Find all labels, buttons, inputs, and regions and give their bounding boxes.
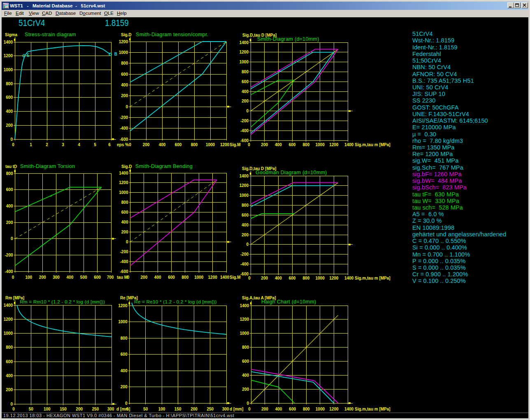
svg-text:800: 800	[303, 142, 310, 147]
svg-text:-200: -200	[5, 253, 13, 257]
svg-text:600: 600	[121, 210, 128, 215]
svg-text:1000: 1000	[239, 60, 249, 64]
svg-text:Sig.m,tau m [MPa]: Sig.m,tau m [MPa]	[355, 407, 391, 411]
svg-text:1200: 1200	[119, 180, 128, 185]
svg-text:50: 50	[29, 407, 34, 411]
svg-text:200: 200	[242, 387, 249, 392]
svg-text:0: 0	[12, 407, 15, 411]
svg-text:200: 200	[121, 93, 128, 98]
svg-text:400: 400	[121, 369, 128, 373]
svg-text:200: 200	[121, 385, 128, 389]
svg-text:-600: -600	[240, 138, 249, 143]
svg-text:-600: -600	[240, 272, 249, 276]
svg-text:400: 400	[6, 204, 13, 208]
svg-text:1400: 1400	[239, 174, 249, 178]
svg-text:Rm = Rm10 * (1.2 - 0.2 * log (: Rm = Rm10 * (1.2 - 0.2 * log (d [mm]))	[20, 299, 105, 305]
svg-text:1000: 1000	[315, 276, 325, 280]
svg-text:600: 600	[6, 359, 13, 364]
svg-text:0: 0	[246, 109, 249, 113]
svg-text:1000: 1000	[4, 68, 13, 72]
svg-text:200: 200	[6, 123, 13, 128]
svg-text:150: 150	[60, 407, 67, 411]
svg-text:1400: 1400	[344, 276, 354, 280]
svg-text:Sig.M: Sig.M	[230, 275, 241, 280]
svg-text:200: 200	[6, 387, 13, 392]
svg-text:800: 800	[6, 82, 13, 86]
svg-text:200: 200	[261, 407, 268, 411]
svg-text:1000: 1000	[316, 407, 325, 411]
svg-text:1400: 1400	[239, 40, 249, 45]
svg-text:400: 400	[121, 83, 128, 87]
svg-text:Sig.D: Sig.D	[121, 33, 132, 37]
svg-text:400: 400	[242, 223, 249, 227]
svg-text:800: 800	[6, 171, 13, 176]
svg-text:600: 600	[175, 142, 182, 147]
svg-text:50: 50	[143, 407, 148, 411]
svg-text:1400: 1400	[344, 142, 354, 147]
svg-text:100: 100	[158, 407, 165, 411]
svg-text:0: 0	[248, 407, 251, 411]
svg-text:1200: 1200	[329, 142, 339, 147]
svg-text:400: 400	[242, 373, 249, 378]
svg-text:400: 400	[154, 275, 161, 280]
svg-text:600: 600	[121, 72, 128, 77]
svg-text:0: 0	[246, 242, 249, 247]
svg-text:600: 600	[6, 187, 13, 192]
svg-text:-400: -400	[120, 126, 128, 131]
svg-text:0: 0	[129, 142, 131, 147]
svg-text:B: B	[114, 52, 117, 56]
svg-text:Smith-Diagram tension/compr.: Smith-Diagram tension/compr.	[136, 32, 209, 37]
svg-text:700: 700	[107, 275, 114, 280]
svg-text:100: 100	[25, 275, 32, 280]
svg-text:300: 300	[53, 275, 60, 280]
svg-text:0: 0	[10, 137, 13, 142]
svg-text:200: 200	[76, 407, 83, 411]
svg-text:800: 800	[121, 336, 128, 341]
svg-text:0: 0	[246, 401, 249, 406]
svg-text:3: 3	[62, 142, 64, 147]
svg-text:600: 600	[289, 142, 296, 147]
svg-text:1200: 1200	[239, 183, 249, 188]
svg-text:Sigma: Sigma	[5, 33, 17, 37]
svg-text:0: 0	[125, 401, 128, 406]
svg-text:800: 800	[303, 407, 310, 411]
svg-text:Re = Re10 * (1.2 - 0.2 * log (: Re = Re10 * (1.2 - 0.2 * log (d [mm]))	[134, 299, 217, 305]
svg-text:1200: 1200	[118, 303, 128, 308]
svg-text:0: 0	[12, 142, 14, 147]
svg-text:400: 400	[121, 220, 128, 224]
svg-text:800: 800	[191, 142, 198, 147]
svg-text:0: 0	[12, 275, 14, 280]
svg-text:1400: 1400	[4, 40, 13, 44]
svg-text:0: 0	[126, 105, 128, 109]
svg-text:-400: -400	[5, 269, 13, 274]
svg-text:0: 0	[248, 276, 251, 280]
svg-text:-200: -200	[240, 119, 249, 123]
svg-text:Haigh Chart (d=10mm): Haigh Chart (d=10mm)	[261, 299, 316, 305]
svg-text:250: 250	[207, 407, 214, 411]
svg-text:2: 2	[46, 142, 48, 147]
svg-text:400: 400	[6, 109, 13, 114]
svg-text:200: 200	[141, 275, 148, 280]
svg-text:1000: 1000	[194, 275, 204, 280]
svg-text:-600: -600	[120, 137, 128, 142]
svg-text:200: 200	[261, 142, 268, 147]
svg-text:1200: 1200	[239, 50, 249, 54]
svg-text:1000: 1000	[240, 331, 249, 336]
svg-text:400: 400	[6, 373, 13, 378]
svg-text:200: 200	[121, 230, 128, 234]
svg-text:200: 200	[242, 99, 249, 103]
svg-text:-600: -600	[120, 269, 128, 274]
svg-text:1000: 1000	[119, 50, 128, 55]
svg-text:1200: 1200	[119, 40, 128, 44]
svg-text:1400: 1400	[240, 303, 249, 308]
svg-text:600: 600	[121, 352, 128, 357]
svg-text:1000: 1000	[315, 142, 325, 147]
svg-text:400: 400	[242, 89, 249, 94]
svg-text:0: 0	[248, 142, 250, 147]
svg-text:tau M: tau M	[117, 275, 128, 280]
svg-text:1400: 1400	[119, 171, 128, 175]
svg-text:-200: -200	[120, 250, 128, 254]
svg-text:400: 400	[275, 407, 282, 411]
svg-text:eps %: eps %	[117, 142, 129, 147]
svg-text:1200: 1200	[329, 407, 339, 411]
